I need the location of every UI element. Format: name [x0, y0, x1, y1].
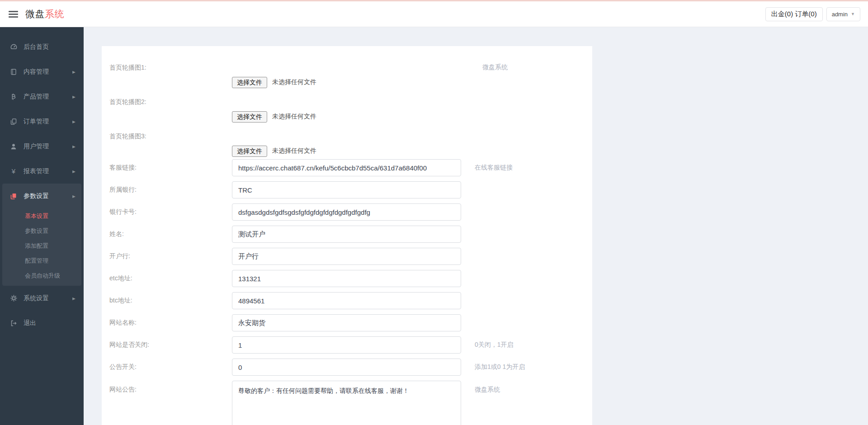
file-status-text: 未选择任何文件: [272, 113, 316, 121]
field-label: 网站名称:: [109, 319, 232, 327]
copy-icon: [9, 118, 18, 125]
site-notice-textarea[interactable]: 尊敬的客户：有任何问题需要帮助，请联系在线客服，谢谢！: [232, 381, 461, 425]
chevron-right-icon: ▶: [72, 296, 75, 300]
sidebar-item-orders[interactable]: 订单管理 ▶: [0, 109, 84, 134]
field-label: btc地址:: [109, 297, 232, 305]
field-label: 首页轮播图3:: [109, 132, 592, 140]
hamburger-bar: [9, 11, 18, 12]
site-closed-input[interactable]: [232, 336, 461, 354]
sidebar-item-label: 产品管理: [24, 93, 72, 101]
gears-icon: [9, 294, 18, 302]
sidebar-item-products[interactable]: 产品管理 ▶: [0, 84, 84, 109]
choose-file-button[interactable]: 选择文件: [232, 111, 267, 123]
kefu-link-input[interactable]: [232, 159, 461, 176]
sidebar-item-logout[interactable]: 退出: [0, 311, 84, 335]
bank-branch-input[interactable]: [232, 248, 461, 265]
chevron-down-icon: ▼: [851, 12, 855, 16]
form-row-bank: 所属银行:: [109, 181, 592, 198]
submenu-item-config-manage[interactable]: 配置管理: [2, 253, 81, 268]
logout-icon: [9, 320, 18, 327]
form-row-site-name: 网站名称:: [109, 314, 592, 331]
submenu-item-member-auto-upgrade[interactable]: 会员自动升级: [2, 268, 81, 283]
submenu-item-basic-settings[interactable]: 基本设置: [2, 208, 81, 223]
chevron-right-icon: ▶: [72, 194, 75, 198]
form-row-banner1: 首页轮播图1: 微盘系统 选择文件 未选择任何文件: [109, 63, 592, 88]
sidebar-item-label: 后台首页: [24, 43, 75, 51]
form-row-card-number: 银行卡号:: [109, 203, 592, 221]
field-label: 开户行:: [109, 252, 232, 260]
submenu-item-param-settings[interactable]: 参数设置: [2, 223, 81, 238]
file-status-text: 未选择任何文件: [272, 78, 316, 86]
chevron-right-icon: ▶: [72, 119, 75, 123]
book-icon: [9, 68, 18, 76]
field-hint: 添加1或0 1为开启: [475, 363, 525, 371]
sidebar-item-dashboard[interactable]: 后台首页: [0, 34, 84, 59]
etc-address-input[interactable]: [232, 270, 461, 287]
logo-primary: 微盘: [25, 9, 45, 19]
app-logo: 微盘系统: [25, 8, 64, 20]
sidebar-item-label: 参数设置: [24, 192, 72, 200]
logo-accent: 系统: [45, 9, 64, 19]
bitcoin-icon: [9, 93, 18, 100]
yen-icon: ¥: [9, 167, 18, 175]
card-number-input[interactable]: [232, 203, 461, 221]
sidebar-item-content[interactable]: 内容管理 ▶: [0, 59, 84, 84]
form-row-etc-address: etc地址:: [109, 270, 592, 287]
btc-address-input[interactable]: [232, 292, 461, 309]
form-row-site-notice: 网站公告: 尊敬的客户：有任何问题需要帮助，请联系在线客服，谢谢！ 微盘系统: [109, 381, 592, 425]
name-input[interactable]: [232, 226, 461, 243]
chevron-right-icon: ▶: [72, 94, 75, 99]
form-row-btc-address: btc地址:: [109, 292, 592, 309]
sidebar-item-params-settings[interactable]: 参数设置 ▶: [2, 184, 81, 208]
sidebar-item-reports[interactable]: ¥ 报表管理 ▶: [0, 159, 84, 184]
form-row-kefu-link: 客服链接: 在线客服链接: [109, 159, 592, 176]
main-content: 首页轮播图1: 微盘系统 选择文件 未选择任何文件 首页轮播图2: 选择文件 未…: [84, 27, 868, 425]
field-hint: 微盘系统: [482, 63, 508, 71]
sidebar-item-label: 用户管理: [24, 142, 72, 151]
settings-form-card: 首页轮播图1: 微盘系统 选择文件 未选择任何文件 首页轮播图2: 选择文件 未…: [102, 46, 592, 425]
field-label: 首页轮播图1:: [109, 63, 592, 71]
copy-icon: [9, 193, 18, 200]
field-label: 姓名:: [109, 230, 232, 238]
choose-file-button[interactable]: 选择文件: [232, 146, 267, 157]
sidebar: 后台首页 内容管理 ▶ 产品管理 ▶ 订单管理 ▶: [0, 27, 84, 425]
field-label: 网站是否关闭:: [109, 341, 232, 349]
field-hint: 0关闭，1开启: [475, 341, 514, 349]
sidebar-item-users[interactable]: 用户管理 ▶: [0, 134, 84, 159]
user-icon: [9, 143, 18, 150]
dashboard-icon: [9, 43, 18, 51]
choose-file-button[interactable]: 选择文件: [232, 77, 267, 88]
navbar-right: 出金(0) 订单(0) admin ▼: [765, 7, 860, 21]
chevron-right-icon: ▶: [72, 70, 75, 74]
field-label: 银行卡号:: [109, 208, 232, 216]
sidebar-item-label: 系统设置: [24, 294, 72, 302]
notice-switch-input[interactable]: [232, 359, 461, 376]
withdraw-orders-button[interactable]: 出金(0) 订单(0): [765, 7, 823, 21]
sidebar-item-label: 报表管理: [24, 167, 72, 175]
form-row-name: 姓名:: [109, 226, 592, 243]
site-name-input[interactable]: [232, 314, 461, 331]
field-label: 网站公告:: [109, 381, 232, 394]
sidebar-item-system-settings[interactable]: 系统设置 ▶: [0, 286, 84, 311]
submenu-item-add-config[interactable]: 添加配置: [2, 238, 81, 253]
chevron-right-icon: ▶: [72, 169, 75, 173]
top-navbar: 微盘系统 出金(0) 订单(0) admin ▼: [0, 1, 868, 27]
admin-dropdown[interactable]: admin ▼: [826, 7, 860, 21]
field-label: 首页轮播图2:: [109, 98, 592, 106]
banner1-file-input: 选择文件 未选择任何文件: [232, 77, 592, 88]
hamburger-bar: [9, 16, 18, 18]
sidebar-item-label: 订单管理: [24, 118, 72, 126]
field-label: 所属银行:: [109, 186, 232, 194]
banner3-file-input: 选择文件 未选择任何文件: [232, 146, 592, 156]
form-row-bank-branch: 开户行:: [109, 248, 592, 265]
params-settings-group: 参数设置 ▶ 基本设置 参数设置 添加配置 配置管理 会员自动升级: [2, 184, 81, 286]
sidebar-item-label: 内容管理: [24, 68, 72, 76]
field-hint: 微盘系统: [475, 381, 500, 394]
field-label: 客服链接:: [109, 164, 232, 172]
bank-input[interactable]: [232, 181, 461, 198]
admin-label: admin: [832, 11, 848, 18]
sidebar-item-label: 退出: [24, 319, 75, 327]
form-row-banner3: 首页轮播图3: 选择文件 未选择任何文件: [109, 132, 592, 156]
field-label: etc地址:: [109, 274, 232, 283]
menu-toggle-icon[interactable]: [9, 11, 18, 18]
